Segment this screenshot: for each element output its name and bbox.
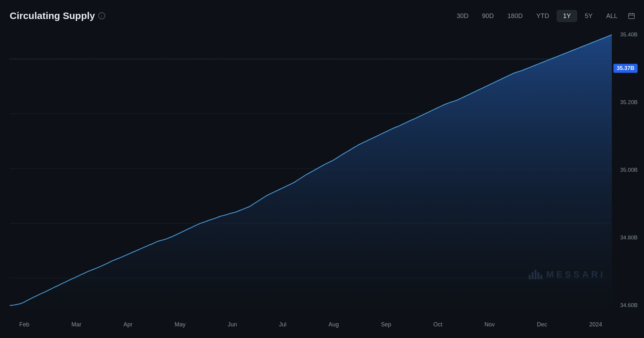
filter-all[interactable]: ALL xyxy=(600,10,623,22)
x-label-sep: Sep xyxy=(381,321,391,328)
svg-rect-0 xyxy=(629,14,634,19)
x-label-jun: Jun xyxy=(228,321,237,328)
y-label-2: 35.20B xyxy=(612,99,638,106)
x-label-apr: Apr xyxy=(123,321,132,328)
messari-text: MESSARI xyxy=(546,269,605,280)
y-label-3: 35.00B xyxy=(612,167,638,173)
title-area: Circulating Supply i xyxy=(10,10,105,21)
chart-header: Circulating Supply i 30D 90D 180D YTD 1Y… xyxy=(6,6,644,28)
y-label-4: 34.80B xyxy=(612,235,638,241)
x-label-may: May xyxy=(175,321,185,328)
x-label-oct: Oct xyxy=(433,321,442,328)
current-value-badge: 35.37B xyxy=(613,64,638,73)
filter-1y[interactable]: 1Y xyxy=(557,10,577,22)
x-label-feb: Feb xyxy=(19,321,29,328)
x-label-aug: Aug xyxy=(328,321,339,328)
messari-bars-icon xyxy=(529,270,542,279)
x-label-2024: 2024 xyxy=(589,321,602,328)
y-label-1: 35.40B xyxy=(612,32,638,38)
filter-ytd[interactable]: YTD xyxy=(530,10,555,22)
x-axis: Feb Mar Apr May Jun Jul Aug Sep Oct Nov … xyxy=(10,321,612,328)
filter-30d[interactable]: 30D xyxy=(451,10,474,22)
calendar-button[interactable] xyxy=(625,10,638,22)
filter-5y[interactable]: 5Y xyxy=(579,10,598,22)
chart-area: 35.40B 35.20B 35.00B 34.80B 34.60B 35.37… xyxy=(10,28,644,312)
time-filters: 30D 90D 180D YTD 1Y 5Y ALL xyxy=(451,10,638,22)
chart-title: Circulating Supply xyxy=(10,10,95,21)
messari-logo: MESSARI xyxy=(529,269,605,280)
y-label-5: 34.60B xyxy=(612,302,638,309)
x-label-dec: Dec xyxy=(537,321,547,328)
filter-90d[interactable]: 90D xyxy=(476,10,500,22)
filter-180d[interactable]: 180D xyxy=(502,10,529,22)
x-label-nov: Nov xyxy=(485,321,495,328)
chart-svg xyxy=(10,28,612,312)
x-label-mar: Mar xyxy=(71,321,81,328)
x-label-jul: Jul xyxy=(279,321,287,328)
chart-container: Circulating Supply i 30D 90D 180D YTD 1Y… xyxy=(0,0,644,338)
info-icon[interactable]: i xyxy=(98,12,105,19)
